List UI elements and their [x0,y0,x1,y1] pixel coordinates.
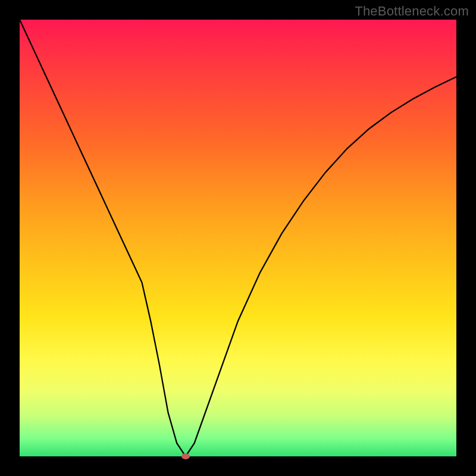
chart-frame: TheBottleneck.com [0,0,476,476]
watermark-text: TheBottleneck.com [355,4,469,19]
curve-layer [20,20,456,456]
bottleneck-curve [20,20,456,456]
optimum-marker [181,453,190,459]
